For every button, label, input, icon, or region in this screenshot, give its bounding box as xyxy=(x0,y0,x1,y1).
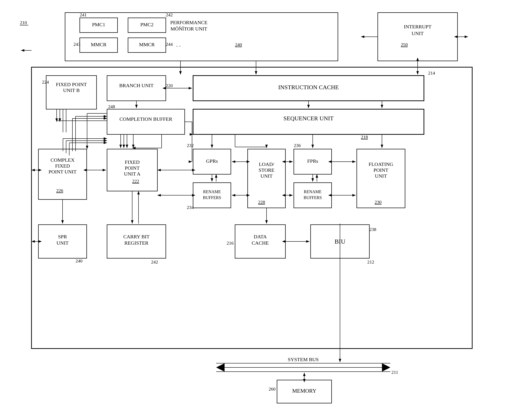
ref-240-under: 240 xyxy=(235,42,242,47)
load-store-label3: UNIT xyxy=(260,173,273,179)
memory-label: MEMORY xyxy=(292,388,316,394)
ref-226-under: 226 xyxy=(56,188,63,193)
ref-230-under: 230 xyxy=(375,200,381,205)
spr-unit-label1: SPR xyxy=(58,234,67,239)
load-store-label2: STORE xyxy=(258,167,275,173)
ref-218-under: 218 xyxy=(361,134,368,140)
ref-222-under: 222 xyxy=(132,178,139,184)
complex-fxpu-label3: POINT UNIT xyxy=(48,169,76,174)
ref-243: 243 xyxy=(74,42,80,47)
completion-buffer-label1: COMPLETION BUFFER xyxy=(119,116,172,122)
svg-marker-11 xyxy=(216,363,225,372)
ref-214: 214 xyxy=(428,70,435,76)
svg-marker-12 xyxy=(382,363,390,372)
interrupt-unit-label1: INTERRUPT xyxy=(404,24,431,29)
interrupt-unit-box xyxy=(378,13,457,61)
sequencer-unit-box xyxy=(193,109,424,134)
svg-text:. .: . . xyxy=(176,41,181,48)
fxpu-b-label2: UNIT B xyxy=(63,87,80,93)
load-store-label1: LOAD/ xyxy=(259,162,274,167)
ref-244: 244 xyxy=(166,42,173,47)
ref-236: 236 xyxy=(294,143,301,148)
data-cache-label1: DATA xyxy=(254,234,267,239)
ref-241: 241 xyxy=(80,12,87,18)
fxpu-a-label2: POINT xyxy=(125,165,140,171)
mmcr2-label: MMCR xyxy=(139,42,155,47)
ref-216: 216 xyxy=(227,240,234,246)
floating-point-label2: POINT xyxy=(374,167,389,173)
gprs-label: GPRs xyxy=(206,158,218,164)
perf-monitor-label2: MONITOR UNIT xyxy=(171,26,207,31)
floating-point-label3: UNIT xyxy=(375,173,387,179)
mmcr1-label: MMCR xyxy=(91,42,107,47)
ref-238: 238 xyxy=(369,227,376,232)
complex-fxpu-label2: FIXED xyxy=(55,163,70,169)
floating-point-label1: FLOATING xyxy=(369,162,393,167)
ref-232: 232 xyxy=(187,143,194,148)
carry-bit-label2: REGISTER xyxy=(124,240,149,246)
ref-234: 234 xyxy=(187,205,194,210)
ref-242-carry: 242 xyxy=(151,259,158,265)
carry-bit-label1: CARRY BIT xyxy=(123,234,149,239)
ref-212: 212 xyxy=(367,259,374,265)
interrupt-unit-label2: UNIT xyxy=(411,31,424,36)
data-cache-label2: CACHE xyxy=(252,240,269,246)
ref-248-label: 248 xyxy=(108,104,115,109)
spr-unit-label2: UNIT xyxy=(57,240,69,246)
complex-fxpu-label1: COMPLEX xyxy=(51,157,75,163)
branch-unit-box xyxy=(107,76,166,101)
ref-242: 242 xyxy=(166,12,173,18)
instruction-cache-label: INSTRUCTION CACHE xyxy=(278,84,339,90)
fxpu-a-label1: FIXED xyxy=(125,159,140,165)
ref-228-under: 228 xyxy=(258,200,265,205)
ref-220: 220 xyxy=(166,83,173,88)
branch-unit-label1: BRANCH UNIT xyxy=(119,83,154,88)
sequencer-unit-label: SEQUENCER UNIT xyxy=(284,115,334,122)
rename-buffers-left-label1: RENAME xyxy=(203,189,221,194)
pmc1-label: PMC1 xyxy=(92,22,105,27)
perf-monitor-label: PERFORMANCE xyxy=(170,20,207,25)
rename-buffers-right-label2: BUFFERS xyxy=(304,195,322,200)
fxpu-b-label1: FIXED POINT xyxy=(56,82,87,87)
completion-buffer-box xyxy=(107,109,185,134)
fprs-label: FPRs xyxy=(307,158,318,164)
ref-224: 224 xyxy=(42,79,49,85)
rename-buffers-left-label2: BUFFERS xyxy=(203,195,221,200)
ref-260: 260 xyxy=(269,386,276,392)
system-bus-label: SYSTEM BUS xyxy=(288,357,319,362)
ref-211: 211 xyxy=(391,370,398,375)
ref-250-under: 250 xyxy=(401,42,408,47)
rename-buffers-right-label1: RENAME xyxy=(304,189,322,194)
ref-210: 210 xyxy=(20,20,27,25)
pmc2-label: PMC2 xyxy=(140,22,154,27)
diagram-container: text { font-family: 'Times New Roman', T… xyxy=(4,4,528,409)
fxpu-a-label3: UNIT A xyxy=(124,171,141,177)
ref-240-spr: 240 xyxy=(76,258,83,263)
